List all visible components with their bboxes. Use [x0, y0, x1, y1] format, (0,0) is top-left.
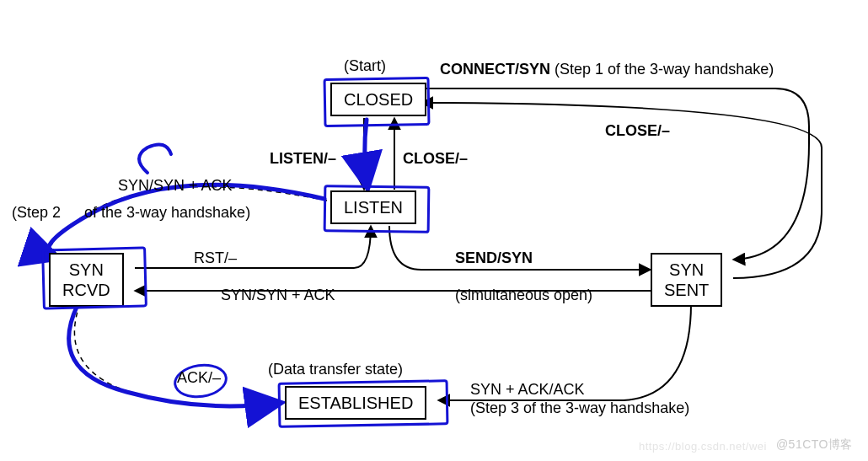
edge-ack: ACK/–	[177, 369, 221, 387]
annotation-step2-rest: of the 3-way handshake)	[84, 204, 250, 222]
edge-connect-syn-bold: CONNECT/SYN	[440, 61, 550, 78]
state-syn-sent: SYN SENT	[651, 253, 722, 307]
edge-connect-syn: CONNECT/SYN (Step 1 of the 3-way handsha…	[440, 61, 774, 78]
diagram-canvas: CLOSED LISTEN SYN RCVD SYN SENT ESTABLIS…	[0, 0, 868, 461]
edge-send-syn: SEND/SYN	[455, 249, 533, 267]
state-closed: CLOSED	[330, 83, 426, 116]
edge-close-lower: CLOSE/–	[403, 150, 468, 168]
edge-listen: LISTEN/–	[270, 150, 336, 168]
edge-send-syn-text: SEND/SYN	[455, 249, 533, 266]
annotation-simultaneous: (simultaneous open)	[455, 287, 592, 304]
annotation-start: (Start)	[344, 57, 386, 75]
state-listen: LISTEN	[330, 190, 416, 224]
edge-syn-synack-top: SYN/SYN + ACK	[118, 177, 233, 195]
state-syn-rcvd: SYN RCVD	[49, 253, 124, 307]
watermark-csdn: https://blog.csdn.net/wei	[639, 440, 767, 453]
annotation-step3: (Step 3 of the 3-way handshake)	[470, 399, 689, 417]
edge-synack-ack: SYN + ACK/ACK	[470, 381, 585, 399]
edge-rst: RST/–	[194, 249, 237, 267]
edge-close-upper: CLOSE/–	[605, 122, 670, 140]
watermark-51cto: @51CTO博客	[776, 437, 853, 453]
annotation-step1: (Step 1 of the 3-way handshake)	[555, 61, 774, 78]
annotation-data-transfer: (Data transfer state)	[268, 361, 403, 378]
annotation-step2-prefix: (Step 2	[12, 204, 61, 222]
edge-syn-synack-mid: SYN/SYN + ACK	[221, 287, 335, 304]
state-established: ESTABLISHED	[285, 386, 426, 420]
